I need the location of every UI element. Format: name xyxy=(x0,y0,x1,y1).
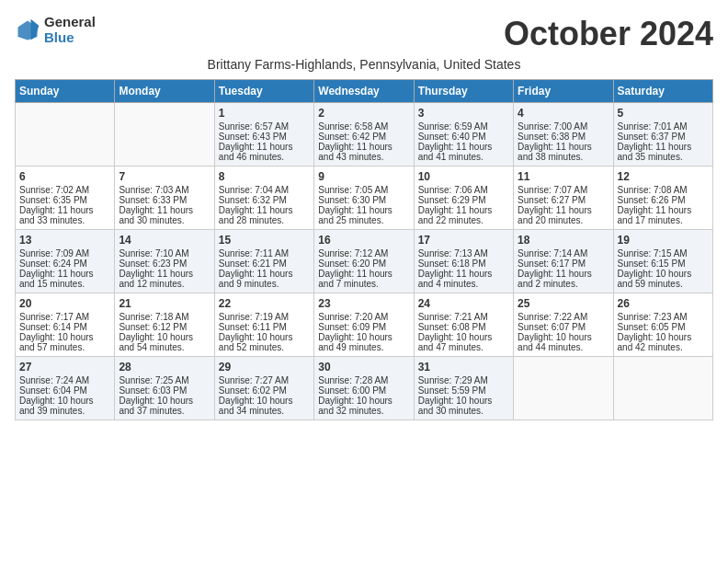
sunrise-text: Sunrise: 7:25 AM xyxy=(119,375,188,385)
day-number: 26 xyxy=(618,297,709,310)
sunset-text: Sunset: 6:37 PM xyxy=(618,132,686,142)
daylight-text: Daylight: 11 hours and 4 minutes. xyxy=(418,269,493,289)
calendar-cell xyxy=(613,357,712,420)
page-header: General Blue October 2024 xyxy=(15,15,713,53)
daylight-text: Daylight: 11 hours and 17 minutes. xyxy=(618,205,692,225)
svg-marker-1 xyxy=(31,18,40,40)
day-number: 10 xyxy=(418,170,509,183)
day-number: 27 xyxy=(19,361,110,373)
sunrise-text: Sunrise: 7:07 AM xyxy=(518,185,587,195)
sunrise-text: Sunrise: 7:17 AM xyxy=(19,312,89,322)
day-number: 25 xyxy=(518,297,609,310)
daylight-text: Daylight: 11 hours and 12 minutes. xyxy=(119,269,193,289)
day-number: 1 xyxy=(219,107,310,120)
sunset-text: Sunset: 6:40 PM xyxy=(418,132,486,142)
calendar-table: Sunday Monday Tuesday Wednesday Thursday… xyxy=(15,79,713,420)
sunset-text: Sunset: 6:02 PM xyxy=(219,385,287,396)
calendar-cell: 7Sunrise: 7:03 AMSunset: 6:33 PMDaylight… xyxy=(115,167,214,230)
daylight-text: Daylight: 11 hours and 35 minutes. xyxy=(618,142,692,162)
daylight-text: Daylight: 10 hours and 32 minutes. xyxy=(318,396,392,416)
sunrise-text: Sunrise: 7:20 AM xyxy=(318,312,388,322)
daylight-text: Daylight: 11 hours and 30 minutes. xyxy=(119,205,193,225)
day-number: 15 xyxy=(219,234,310,247)
calendar-cell: 4Sunrise: 7:00 AMSunset: 6:38 PMDaylight… xyxy=(514,103,613,167)
day-number: 31 xyxy=(418,361,509,373)
sunrise-text: Sunrise: 7:19 AM xyxy=(219,312,289,322)
sunrise-text: Sunrise: 7:13 AM xyxy=(418,248,488,259)
calendar-cell: 21Sunrise: 7:18 AMSunset: 6:12 PMDayligh… xyxy=(115,293,214,357)
sunset-text: Sunset: 5:59 PM xyxy=(418,385,486,396)
sunset-text: Sunset: 6:27 PM xyxy=(518,195,586,205)
sunrise-text: Sunrise: 6:59 AM xyxy=(418,121,488,132)
calendar-cell: 29Sunrise: 7:27 AMSunset: 6:02 PMDayligh… xyxy=(214,357,313,420)
logo: General Blue xyxy=(15,15,96,45)
calendar-cell: 30Sunrise: 7:28 AMSunset: 6:00 PMDayligh… xyxy=(314,357,414,420)
daylight-text: Daylight: 10 hours and 52 minutes. xyxy=(219,332,293,352)
calendar-week-3: 13Sunrise: 7:09 AMSunset: 6:24 PMDayligh… xyxy=(16,230,713,293)
daylight-text: Daylight: 10 hours and 54 minutes. xyxy=(119,332,193,352)
header-tuesday: Tuesday xyxy=(214,80,313,103)
sunrise-text: Sunrise: 7:05 AM xyxy=(318,185,388,195)
calendar-cell: 10Sunrise: 7:06 AMSunset: 6:29 PMDayligh… xyxy=(414,167,513,230)
daylight-text: Daylight: 11 hours and 7 minutes. xyxy=(318,269,392,289)
calendar-cell: 14Sunrise: 7:10 AMSunset: 6:23 PMDayligh… xyxy=(115,230,214,293)
daylight-text: Daylight: 10 hours and 39 minutes. xyxy=(19,396,94,416)
day-number: 17 xyxy=(418,234,509,247)
sunrise-text: Sunrise: 7:12 AM xyxy=(318,248,388,259)
day-number: 19 xyxy=(618,234,709,247)
day-number: 8 xyxy=(219,170,310,183)
sunrise-text: Sunrise: 7:08 AM xyxy=(618,185,688,195)
header-monday: Monday xyxy=(115,80,214,103)
calendar-cell xyxy=(16,103,115,167)
sunset-text: Sunset: 6:26 PM xyxy=(618,195,686,205)
calendar-cell: 23Sunrise: 7:20 AMSunset: 6:09 PMDayligh… xyxy=(314,293,414,357)
header-friday: Friday xyxy=(514,80,613,103)
calendar-cell: 16Sunrise: 7:12 AMSunset: 6:20 PMDayligh… xyxy=(314,230,414,293)
calendar-cell: 26Sunrise: 7:23 AMSunset: 6:05 PMDayligh… xyxy=(613,293,712,357)
calendar-cell: 11Sunrise: 7:07 AMSunset: 6:27 PMDayligh… xyxy=(514,167,613,230)
sunrise-text: Sunrise: 6:57 AM xyxy=(219,121,289,132)
sunset-text: Sunset: 6:08 PM xyxy=(418,322,486,332)
day-number: 7 xyxy=(119,170,210,183)
sunrise-text: Sunrise: 7:22 AM xyxy=(518,312,587,322)
daylight-text: Daylight: 11 hours and 20 minutes. xyxy=(518,205,592,225)
sunset-text: Sunset: 6:18 PM xyxy=(418,259,486,269)
sunset-text: Sunset: 6:21 PM xyxy=(219,259,287,269)
sunrise-text: Sunrise: 7:27 AM xyxy=(219,375,289,385)
sunset-text: Sunset: 6:03 PM xyxy=(119,385,187,396)
calendar-cell: 3Sunrise: 6:59 AMSunset: 6:40 PMDaylight… xyxy=(414,103,513,167)
logo-general-text: General xyxy=(44,15,96,30)
sunset-text: Sunset: 6:15 PM xyxy=(618,259,686,269)
day-number: 23 xyxy=(318,297,409,310)
sunset-text: Sunset: 6:38 PM xyxy=(518,132,586,142)
sunrise-text: Sunrise: 7:18 AM xyxy=(119,312,188,322)
sunset-text: Sunset: 6:11 PM xyxy=(219,322,287,332)
day-number: 6 xyxy=(19,170,110,183)
title-block: October 2024 xyxy=(504,15,713,53)
header-thursday: Thursday xyxy=(414,80,513,103)
calendar-week-1: 1Sunrise: 6:57 AMSunset: 6:43 PMDaylight… xyxy=(16,103,713,167)
day-number: 13 xyxy=(19,234,110,247)
calendar-week-2: 6Sunrise: 7:02 AMSunset: 6:35 PMDaylight… xyxy=(16,167,713,230)
calendar-week-5: 27Sunrise: 7:24 AMSunset: 6:04 PMDayligh… xyxy=(16,357,713,420)
logo-icon xyxy=(15,17,40,43)
day-number: 20 xyxy=(19,297,110,310)
sunrise-text: Sunrise: 7:01 AM xyxy=(618,121,688,132)
header-saturday: Saturday xyxy=(613,80,712,103)
sunset-text: Sunset: 6:35 PM xyxy=(19,195,87,205)
daylight-text: Daylight: 10 hours and 49 minutes. xyxy=(318,332,392,352)
day-number: 12 xyxy=(618,170,709,183)
sunset-text: Sunset: 6:29 PM xyxy=(418,195,486,205)
sunrise-text: Sunrise: 7:10 AM xyxy=(119,248,188,259)
daylight-text: Daylight: 11 hours and 15 minutes. xyxy=(19,269,94,289)
daylight-text: Daylight: 11 hours and 46 minutes. xyxy=(219,142,293,162)
sunset-text: Sunset: 6:09 PM xyxy=(318,322,386,332)
sunset-text: Sunset: 6:04 PM xyxy=(19,385,87,396)
daylight-text: Daylight: 11 hours and 38 minutes. xyxy=(518,142,592,162)
calendar-cell: 19Sunrise: 7:15 AMSunset: 6:15 PMDayligh… xyxy=(613,230,712,293)
daylight-text: Daylight: 10 hours and 59 minutes. xyxy=(618,269,692,289)
sunrise-text: Sunrise: 7:11 AM xyxy=(219,248,289,259)
logo-text: General Blue xyxy=(44,15,96,45)
calendar-cell: 12Sunrise: 7:08 AMSunset: 6:26 PMDayligh… xyxy=(613,167,712,230)
sunset-text: Sunset: 6:32 PM xyxy=(219,195,287,205)
